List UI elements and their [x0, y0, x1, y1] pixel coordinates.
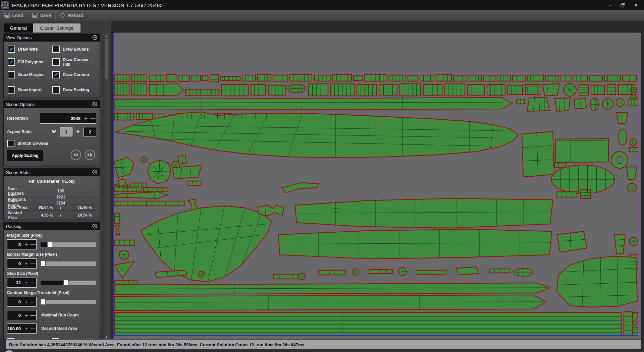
minimize-button[interactable]: –	[609, 2, 612, 8]
checkbox-label: Draw Wire	[18, 47, 38, 52]
stretch-uv-area-checkbox[interactable]: ✔ Stretch UV-Area	[7, 140, 48, 147]
collapse-chevron-icon[interactable]	[92, 170, 97, 176]
numeric-input-border-margin-size-pixel-[interactable]: 0+—	[7, 258, 37, 269]
checkbox-box: ✔	[52, 71, 60, 78]
prev-solution-button[interactable]	[70, 149, 82, 162]
resolution-label: Resolution	[7, 116, 28, 121]
next-solution-button[interactable]	[84, 149, 96, 162]
view-options-header[interactable]: View Options	[4, 34, 100, 42]
increment-button[interactable]: +	[83, 116, 89, 121]
scroll-up-arrow-icon[interactable]: ▲	[104, 34, 109, 38]
bottom-strip	[0, 349, 644, 352]
restore-button[interactable]	[621, 3, 625, 7]
checkbox-box: ✔	[8, 58, 15, 66]
increment-button[interactable]: +	[23, 280, 30, 286]
slider-row-margin-size-pixel-: 8+—	[7, 239, 96, 249]
aspect-ratio-label: Aspect Ratio	[7, 129, 32, 134]
decrement-button[interactable]: —	[89, 116, 96, 121]
slider-contour-merge-threshold-pixel-[interactable]	[41, 300, 96, 304]
tab-general[interactable]: General	[4, 23, 33, 33]
app-logo-icon	[1, 1, 9, 9]
progress-spinner-icon	[4, 350, 14, 352]
decrement-button[interactable]: —	[30, 261, 36, 267]
slider-step-size-pixel-[interactable]	[41, 281, 96, 285]
packing-sliders: Margin Size (Pixel)8+—Border Margin Size…	[6, 233, 97, 307]
close-button[interactable]: ×	[634, 3, 638, 7]
slider-handle[interactable]	[63, 280, 68, 286]
decrement-button[interactable]: —	[30, 242, 36, 247]
checkbox-draw-import[interactable]: ✔Draw Import	[8, 86, 52, 94]
sidebar: General Cluster Settings View Options ✔D…	[0, 21, 103, 339]
decrement-button[interactable]: —	[30, 312, 36, 318]
checkbox-label: Draw Bounds	[63, 47, 89, 52]
stat-row-used-area: Used Area95.64 %/75.46 %	[6, 204, 97, 210]
scroll-down-arrow-icon[interactable]: ▼	[104, 335, 109, 339]
checkbox-label: Draw Margins	[18, 72, 45, 77]
increment-button[interactable]: +	[23, 299, 30, 305]
checkbox-label: Draw Contour	[63, 72, 89, 77]
aspect-w-input[interactable]: 1	[60, 127, 72, 136]
slider-label-margin-size-pixel-: Margin Size (Pixel)	[7, 233, 96, 238]
checkbox-draw-contour[interactable]: ✔Draw Contour	[52, 71, 97, 78]
uv-canvas[interactable]	[111, 21, 644, 339]
packing-section: Packing Margin Size (Pixel)8+—Border Mar…	[3, 222, 100, 352]
save-button[interactable]: Save	[28, 12, 55, 18]
slider-border-margin-size-pixel-[interactable]	[41, 261, 96, 266]
decrement-button[interactable]: —	[30, 280, 36, 286]
collapse-chevron-icon[interactable]	[92, 102, 97, 108]
numeric-input-margin-size-pixel-[interactable]: 8+—	[7, 239, 37, 249]
toolbar: Load Save Reload	[0, 10, 644, 21]
slider-handle[interactable]	[41, 299, 46, 305]
apply-scaling-button[interactable]: Apply Scaling	[7, 150, 43, 161]
scene-stats-header[interactable]: Scene Stats	[4, 169, 100, 176]
scene-filename: Rif_Calderaner_01.obj	[6, 179, 97, 184]
checkbox-fill-polygons[interactable]: ✔Fill Polygons	[8, 57, 52, 67]
uv-viewport[interactable]	[111, 21, 644, 339]
desired-used-area-input[interactable]: 100.00 + —	[7, 324, 37, 334]
load-floppy-icon	[4, 12, 10, 18]
increment-button[interactable]: +	[23, 261, 30, 267]
slider-handle[interactable]	[47, 242, 52, 247]
checkbox-draw-convex-hull[interactable]: ✔Draw Convex Hull	[52, 57, 97, 67]
stat-row-num-points: Num Points3154	[6, 198, 97, 204]
packing-header[interactable]: Packing	[4, 223, 100, 230]
window-title: IPACKTHAT FOR PIRANHA BYTES : VERSION 1.…	[12, 2, 163, 8]
checkbox-draw-bounds[interactable]: ✔Draw Bounds	[52, 46, 97, 53]
checkbox-label: Draw Import	[18, 87, 42, 92]
load-button[interactable]: Load	[0, 12, 27, 18]
resolution-input[interactable]: 2048 + —	[40, 113, 96, 124]
desired-used-area-label: Desired Used Area	[41, 326, 77, 331]
scene-options-section: Scene Options Resolution 2048 + —	[3, 100, 100, 166]
slider-margin-size-pixel-[interactable]	[41, 242, 96, 247]
increment-button[interactable]: +	[23, 326, 30, 332]
increment-button[interactable]: +	[23, 242, 30, 247]
checkbox-draw-wire[interactable]: ✔Draw Wire	[8, 46, 52, 53]
checkbox-box: ✔	[7, 140, 14, 147]
stat-row-wasted-area: Wasted Area4.36 %/24.54 %	[6, 210, 97, 216]
aspect-h-label: H	[76, 129, 79, 134]
checkbox-draw-packing[interactable]: ✔Draw Packing	[52, 86, 97, 94]
slider-handle[interactable]	[41, 261, 46, 267]
aspect-h-input[interactable]: 2	[84, 127, 96, 136]
tab-bar: General Cluster Settings	[4, 23, 80, 33]
numeric-input-contour-merge-threshold-pixel-[interactable]: 0+—	[7, 297, 37, 307]
decrement-button[interactable]: —	[30, 326, 36, 332]
decrement-button[interactable]: —	[30, 299, 36, 305]
reload-button[interactable]: Reload	[56, 12, 88, 18]
checkbox-draw-margins[interactable]: ✔Draw Margins	[8, 71, 52, 78]
scene-options-header[interactable]: Scene Options	[4, 101, 100, 108]
scene-stats-section: Scene Stats Rif_Calderaner_01.obj Num Cl…	[3, 168, 100, 220]
sidebar-scrollbar[interactable]: ▲ ▼	[104, 34, 109, 339]
scrollbar-thumb[interactable]	[105, 39, 108, 79]
numeric-input-step-size-pixel-[interactable]: 32+—	[7, 278, 37, 288]
collapse-chevron-icon[interactable]	[92, 224, 97, 230]
stat-row-num-polygons: Num Polygons1921	[6, 192, 97, 198]
maximal-run-count-input[interactable]: 0 + —	[7, 310, 37, 320]
checkbox-label: Draw Convex Hull	[63, 57, 97, 67]
increment-button[interactable]: +	[23, 312, 30, 318]
view-options-grid: ✔Draw Wire✔Draw Bounds✔Fill Polygons✔Dra…	[6, 44, 97, 94]
tab-cluster-settings[interactable]: Cluster Settings	[33, 23, 80, 33]
checkbox-box: ✔	[52, 86, 60, 94]
collapse-chevron-icon[interactable]	[92, 35, 97, 41]
scene-stats-table: Num Clusters195Num Polygons1921Num Point…	[6, 186, 97, 216]
